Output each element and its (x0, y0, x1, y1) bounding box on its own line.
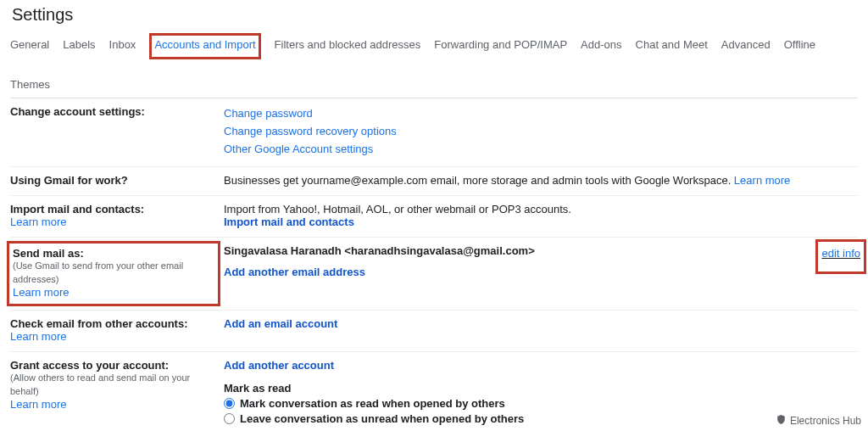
link-work-learn[interactable]: Learn more (734, 174, 790, 187)
text-work-body: Businesses get yourname@example.com emai… (224, 174, 734, 187)
tab-general[interactable]: General (10, 33, 49, 59)
section-work: Using Gmail for work? Businesses get you… (10, 167, 858, 196)
link-import-learn[interactable]: Learn more (10, 216, 66, 228)
highlight-send-mail-as: Send mail as: (Use Gmail to send from yo… (7, 241, 220, 306)
heading-change-account: Change account settings: (10, 105, 145, 118)
heading-import: Import mail and contacts: (10, 203, 217, 216)
subtext-send-mail-as: (Use Gmail to send from your other email… (13, 260, 214, 286)
watermark-text: Electronics Hub (790, 415, 861, 427)
link-grant-learn[interactable]: Learn more (10, 398, 66, 411)
page-title: Settings (12, 5, 858, 25)
tab-advanced[interactable]: Advanced (721, 33, 771, 59)
link-add-email-address[interactable]: Add another email address (224, 266, 365, 278)
radio-mark-read[interactable] (224, 398, 235, 409)
link-sendmail-learn[interactable]: Learn more (13, 286, 69, 299)
subtext-grant-access: (Allow others to read and send mail on y… (10, 372, 217, 398)
link-other-google-settings[interactable]: Other Google Account settings (224, 141, 858, 159)
section-grant-access: Grant access to your account: (Allow oth… (10, 352, 858, 431)
label-leave-unread: Leave conversation as unread when opened… (240, 412, 524, 425)
label-mark-read: Mark conversation as read when opened by… (240, 397, 505, 410)
radio-leave-unread[interactable] (224, 413, 235, 424)
text-send-identity: Singavalasa Haranadh <haranadhsingavalas… (224, 244, 858, 257)
heading-send-mail-as: Send mail as: (13, 247, 214, 260)
tab-labels[interactable]: Labels (63, 33, 95, 59)
tab-filters[interactable]: Filters and blocked addresses (275, 33, 421, 59)
tab-chat-meet[interactable]: Chat and Meet (636, 33, 708, 59)
section-change-account: Change account settings: Change password… (10, 98, 858, 167)
link-check-learn[interactable]: Learn more (10, 330, 66, 343)
heading-mark-as-read: Mark as read (224, 382, 858, 395)
link-import-action[interactable]: Import mail and contacts (224, 216, 354, 228)
settings-tabs: General Labels Inbox Accounts and Import… (10, 33, 858, 98)
section-send-mail-as: Send mail as: (Use Gmail to send from yo… (10, 238, 858, 311)
heading-grant-access: Grant access to your account: (10, 359, 217, 372)
watermark-brand: Electronics Hub (776, 414, 861, 428)
tab-themes[interactable]: Themes (10, 73, 50, 98)
link-add-email-account[interactable]: Add an email account (224, 317, 337, 330)
tab-inbox[interactable]: Inbox (109, 33, 136, 59)
link-change-password[interactable]: Change password (224, 105, 858, 123)
link-add-another-account[interactable]: Add another account (224, 359, 334, 372)
tab-offline[interactable]: Offline (784, 33, 815, 59)
heading-work: Using Gmail for work? (10, 174, 128, 187)
tab-accounts-import[interactable]: Accounts and Import (149, 33, 260, 59)
section-check-email: Check email from other accounts: Learn m… (10, 311, 858, 352)
shield-icon (776, 414, 787, 428)
link-edit-info[interactable]: edit info (821, 247, 860, 260)
tab-addons[interactable]: Add-ons (581, 33, 621, 59)
text-import-body: Import from Yahoo!, Hotmail, AOL, or oth… (224, 203, 858, 216)
tab-forwarding[interactable]: Forwarding and POP/IMAP (434, 33, 567, 59)
section-import: Import mail and contacts: Learn more Imp… (10, 196, 858, 238)
heading-check-email: Check email from other accounts: (10, 317, 217, 330)
link-change-recovery[interactable]: Change password recovery options (224, 123, 858, 141)
